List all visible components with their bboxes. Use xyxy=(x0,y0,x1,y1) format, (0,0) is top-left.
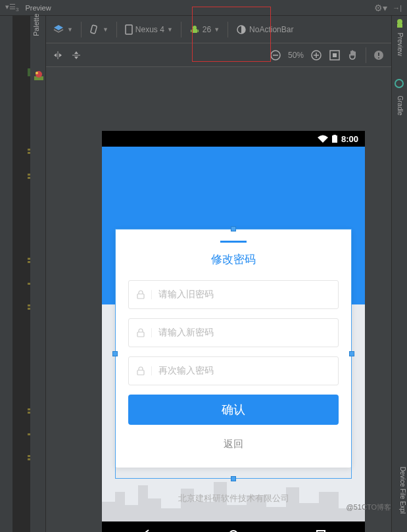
svg-rect-7 xyxy=(126,25,132,34)
zoom-in-button[interactable] xyxy=(310,49,322,61)
lock-icon xyxy=(137,290,152,299)
warning-icon[interactable] xyxy=(373,49,385,61)
status-time: 8:00 xyxy=(341,134,358,144)
orientation-dropdown[interactable]: ▼ xyxy=(89,24,108,35)
menu-icon[interactable]: ▾☰3 xyxy=(5,3,18,12)
confirm-button[interactable]: 确认 xyxy=(128,395,339,425)
device-name: Nexus 4 xyxy=(135,25,164,34)
right-gutter xyxy=(391,16,407,532)
confirm-button-label: 确认 xyxy=(222,402,245,418)
back-button-label: 返回 xyxy=(224,438,243,449)
pan-icon[interactable] xyxy=(347,49,359,61)
svg-rect-6 xyxy=(91,24,97,33)
svg-point-24 xyxy=(378,57,379,59)
svg-rect-26 xyxy=(333,135,336,135)
svg-rect-10 xyxy=(191,30,192,32)
new-password-input[interactable]: 请输入新密码 xyxy=(128,318,339,347)
nav-back-icon[interactable] xyxy=(140,529,152,532)
layers-dropdown[interactable]: ▼ xyxy=(53,24,73,36)
android-nav-bar xyxy=(102,521,365,532)
view-toolbar: 50% xyxy=(46,43,391,67)
palette-icon[interactable] xyxy=(34,71,43,80)
old-password-input[interactable]: 请输入旧密码 xyxy=(128,280,339,309)
ide-header: ▾☰3 Preview ⚙▾ →| xyxy=(0,0,407,16)
device-config-toolbar: ▼ ▼ Nexus 4 ▼ 26 ▼ NoActionBar xyxy=(46,16,391,43)
lock-icon xyxy=(137,328,152,337)
palette-label[interactable]: Palette xyxy=(32,14,40,36)
app-screen: 修改密码 请输入旧密码 请输入新密码 xyxy=(102,147,365,521)
selection-handle-s[interactable] xyxy=(231,476,236,481)
preview-tab-label[interactable]: Preview xyxy=(397,33,404,57)
nav-home-icon[interactable] xyxy=(227,529,239,532)
footer-text: 北京建科研软件技术有限公司 xyxy=(102,493,365,504)
api-selector[interactable]: 26 ▼ xyxy=(189,24,220,35)
svg-rect-9 xyxy=(192,29,197,33)
back-button[interactable]: 返回 xyxy=(128,434,339,454)
lock-icon xyxy=(137,366,152,375)
palette-panel xyxy=(30,16,46,532)
device-preview-frame: 8:00 修改密码 请输入旧密码 xyxy=(102,131,365,532)
nav-recent-icon[interactable] xyxy=(315,529,327,532)
wifi-icon xyxy=(318,135,328,143)
confirm-password-input[interactable]: 再次输入密码 xyxy=(128,356,339,385)
svg-rect-25 xyxy=(332,135,337,143)
svg-rect-29 xyxy=(137,370,144,375)
card-title: 修改密码 xyxy=(128,252,339,267)
new-password-placeholder: 请输入新密码 xyxy=(158,327,214,339)
selection-handle-n[interactable] xyxy=(231,226,236,231)
expand-vertical-icon[interactable] xyxy=(71,50,82,60)
gradle-tab-icon[interactable] xyxy=(395,79,404,88)
old-password-placeholder: 请输入旧密码 xyxy=(158,289,214,301)
fit-screen-icon[interactable] xyxy=(329,49,341,61)
svg-rect-11 xyxy=(197,30,199,32)
device-file-tab-label[interactable]: Device File Expl xyxy=(400,467,407,514)
zoom-out-button[interactable] xyxy=(270,49,281,61)
svg-rect-28 xyxy=(137,332,144,337)
battery-icon xyxy=(332,135,337,143)
left-gutter-2 xyxy=(13,16,30,532)
expand-horizontal-icon[interactable] xyxy=(53,50,63,60)
svg-point-5 xyxy=(395,80,403,87)
password-change-card: 修改密码 请输入旧密码 请输入新密码 xyxy=(115,229,352,468)
selection-handle-w[interactable] xyxy=(112,351,118,356)
svg-rect-4 xyxy=(397,24,402,28)
collapse-icon[interactable]: →| xyxy=(393,4,402,12)
api-level: 26 xyxy=(203,25,211,34)
android-status-bar: 8:00 xyxy=(102,131,365,147)
theme-name: NoActionBar xyxy=(249,25,293,34)
android-icon xyxy=(189,24,200,35)
selection-handle-e[interactable] xyxy=(349,351,354,356)
preview-main-area: ▼ ▼ Nexus 4 ▼ 26 ▼ NoActionBar xyxy=(46,16,391,532)
theme-selector[interactable]: NoActionBar xyxy=(236,24,293,35)
card-tab-indicator xyxy=(220,241,247,243)
svg-rect-27 xyxy=(137,294,144,299)
gradle-tab-label[interactable]: Gradle xyxy=(396,95,403,115)
left-gutter-1 xyxy=(0,16,13,532)
watermark: @51CTO博客 xyxy=(347,502,391,512)
svg-rect-21 xyxy=(333,53,337,57)
svg-point-2 xyxy=(36,72,38,74)
preview-tab-icon[interactable] xyxy=(395,18,405,29)
zoom-level: 50% xyxy=(288,51,304,60)
panel-title: Preview xyxy=(25,4,51,12)
svg-point-3 xyxy=(397,19,402,24)
device-selector[interactable]: Nexus 4 ▼ xyxy=(125,24,173,35)
confirm-password-placeholder: 再次输入密码 xyxy=(158,365,214,377)
gear-icon[interactable]: ⚙▾ xyxy=(374,3,387,13)
